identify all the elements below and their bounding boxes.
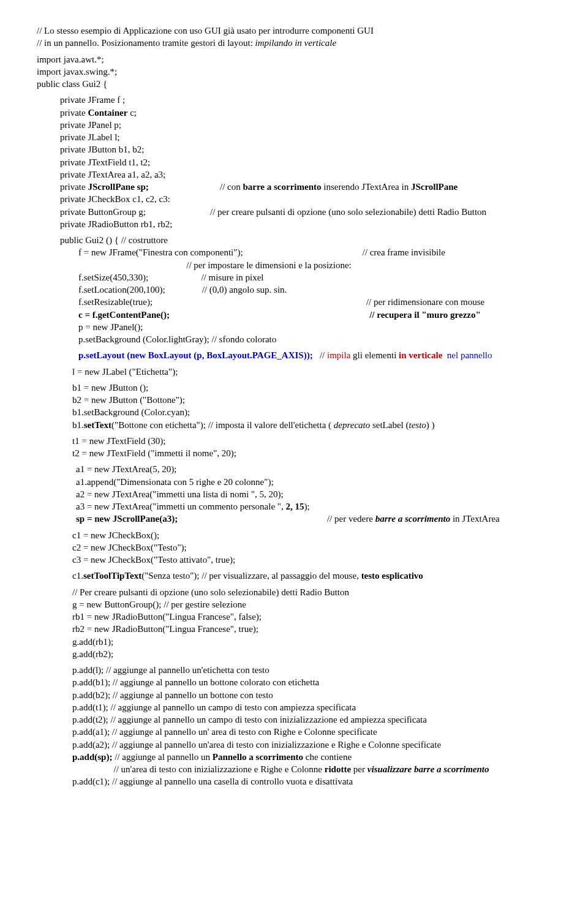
- code-line: p.add(a2); // aggiunge al pannello un'ar…: [72, 739, 551, 751]
- t: //: [313, 350, 327, 360]
- t: b1.: [72, 420, 84, 430]
- code-line: public class Gui2 {: [37, 78, 551, 90]
- t: deprecato: [334, 420, 372, 430]
- code-line: a2 = new JTextArea("immetti una lista di…: [76, 488, 551, 500]
- code-line: b1.setText("Bottone con etichetta"); // …: [72, 419, 551, 431]
- comment-line-1: // Lo stesso esempio di Applicazione con…: [37, 24, 551, 37]
- code-line: t2 = new JTextField ("immetti il nome", …: [72, 447, 551, 459]
- t: setToolTipText: [83, 571, 141, 581]
- code-line: p.add(sp); // aggiunge al pannello un Pa…: [72, 751, 551, 763]
- t: // per creare pulsanti di opzione (uno s…: [210, 207, 486, 217]
- t: per: [351, 764, 368, 774]
- t: Container: [88, 108, 127, 118]
- code-line: p.add(b1); // aggiunge al pannello un bo…: [72, 676, 551, 688]
- t: // per vedere: [178, 514, 375, 524]
- t: c;: [127, 108, 137, 118]
- code-line: a3 = new JTextArea("immetti un commento …: [76, 500, 551, 513]
- comment-line-2: // in un pannello. Posizionamento tramit…: [37, 37, 551, 49]
- t: // un'area di testo con inizializzazione…: [72, 764, 325, 774]
- code-line: sp = new JScrollPane(a3); // per vedere …: [76, 513, 551, 525]
- t: barre a scorrimento: [375, 514, 451, 524]
- t: gli elementi: [350, 350, 399, 360]
- code-line: private JCheckBox c1, c2, c3:: [60, 193, 551, 205]
- t: impila: [327, 350, 350, 360]
- code-line: p.add(a1); // aggiunge al pannello un' a…: [72, 726, 551, 738]
- t: // con: [149, 182, 243, 192]
- code-line: p.add(l); // aggiunge al pannello un'eti…: [72, 664, 551, 676]
- code-line: private JScrollPane sp; // con barre a s…: [60, 181, 551, 193]
- code-line: l = new JLabel ("Etichetta");: [72, 366, 551, 378]
- t: visualizzare barre a scorrimento: [368, 764, 489, 774]
- code-line: rb2 = new JRadioButton("Lingua Francese"…: [72, 623, 551, 635]
- t: Pannello a scorrimento: [213, 752, 303, 762]
- code-line: rb1 = new JRadioButton("Lingua Francese"…: [72, 611, 551, 623]
- t: sp = new JScrollPane(a3);: [76, 514, 178, 524]
- code-line: // un'area di testo con inizializzazione…: [72, 763, 551, 775]
- t: testo esplicativo: [361, 571, 423, 581]
- code-line: public Gui2 () { // costruttore: [60, 234, 551, 246]
- code-line: b2 = new JButton ("Bottone");: [72, 394, 551, 406]
- t: // aggiunge al pannello un: [112, 752, 212, 762]
- code-line: f.setSize(450,330); // misure in pixel: [78, 271, 551, 284]
- code-line: c3 = new JCheckBox("Testo attivato", tru…: [72, 554, 551, 566]
- t: JScrollPane sp;: [88, 182, 148, 192]
- t: );: [304, 502, 309, 511]
- code-line: p.setBackground (Color.lightGray); // sf…: [78, 333, 551, 345]
- code-line: import javax.swing.*;: [37, 66, 551, 78]
- t: in verticale: [399, 350, 442, 360]
- code-line: b1.setBackground (Color.cyan);: [72, 406, 551, 418]
- code-line: f.setLocation(200,100); // (0,0) angolo …: [78, 284, 551, 296]
- code-line: private ButtonGroup g; // per creare pul…: [60, 206, 551, 218]
- t: p.add(sp);: [72, 752, 112, 762]
- code-line: f.setResizable(true); // per ridimension…: [78, 296, 551, 308]
- t: 2, 15: [285, 502, 304, 511]
- code-line: t1 = new JTextField (30);: [72, 435, 551, 447]
- t: che contiene: [303, 752, 352, 762]
- code-line: // per impostare le dimensioni e la posi…: [78, 259, 551, 271]
- t: barre a scorrimento: [243, 182, 321, 192]
- code-line: private JFrame f ;: [60, 94, 551, 106]
- t: ) ): [426, 420, 435, 430]
- code-line: a1 = new JTextArea(5, 20);: [76, 463, 551, 475]
- code-line: c1 = new JCheckBox();: [72, 529, 551, 541]
- t: JScrollPane: [411, 182, 458, 192]
- code-line: private JTextField t1, t2;: [60, 156, 551, 168]
- code-line: p.add(c1); // aggiunge al pannello una c…: [72, 775, 551, 788]
- t: a3 = new JTextArea("immetti un commento …: [76, 502, 285, 511]
- code-line: c1.setToolTipText("Senza testo"); // per…: [72, 570, 551, 582]
- code-line: import java.awt.*;: [37, 53, 551, 66]
- code-line: c = f.getContentPane(); // recupera il "…: [78, 309, 551, 321]
- t: setLabel (: [372, 420, 409, 430]
- t: private ButtonGroup g;: [60, 207, 210, 217]
- code-line: private JRadioButton rb1, rb2;: [60, 218, 551, 230]
- t: setText: [84, 420, 111, 430]
- t: c = f.getContentPane();: [78, 310, 170, 320]
- t: ("Senza testo"); // per visualizzare, al…: [141, 571, 361, 581]
- code-line: p.add(t1); // aggiunge al pannello un ca…: [72, 701, 551, 713]
- code-line: private JPanel p;: [60, 119, 551, 131]
- t: testo: [409, 420, 426, 430]
- italic-text: impilando in verticale: [255, 38, 336, 48]
- code-line: p.add(t2); // aggiunge al pannello un ca…: [72, 713, 551, 726]
- layout-line: p.setLayout (new BoxLayout (p, BoxLayout…: [78, 349, 551, 361]
- t: // per ridimensionare con mouse: [366, 297, 484, 307]
- code-line: private JButton b1, b2;: [60, 143, 551, 156]
- t: p.setLayout (new BoxLayout (p, BoxLayout…: [78, 350, 313, 360]
- t: private: [60, 182, 88, 192]
- code-line: b1 = new JButton ();: [72, 382, 551, 394]
- t: c1.: [72, 571, 83, 581]
- t: f = new JFrame("Finestra con componenti"…: [78, 247, 363, 257]
- t: ("Bottone con etichetta"); // imposta il…: [111, 420, 334, 430]
- code-line: p.add(b2); // aggiunge al pannello un bo…: [72, 689, 551, 701]
- t: f.setResizable(true);: [78, 297, 366, 307]
- code-line: p = new JPanel();: [78, 321, 551, 333]
- t: in JTextArea: [450, 514, 500, 524]
- code-line: f = new JFrame("Finestra con componenti"…: [78, 246, 551, 258]
- code-line: g = new ButtonGroup(); // per gestire se…: [72, 598, 551, 611]
- t: nel pannello: [442, 350, 492, 360]
- code-line: c2 = new JCheckBox("Testo");: [72, 541, 551, 554]
- t: private: [60, 108, 88, 118]
- t: // recupera il "muro grezzo": [170, 310, 481, 320]
- t: ridotte: [325, 764, 351, 774]
- code-line: private JLabel l;: [60, 131, 551, 143]
